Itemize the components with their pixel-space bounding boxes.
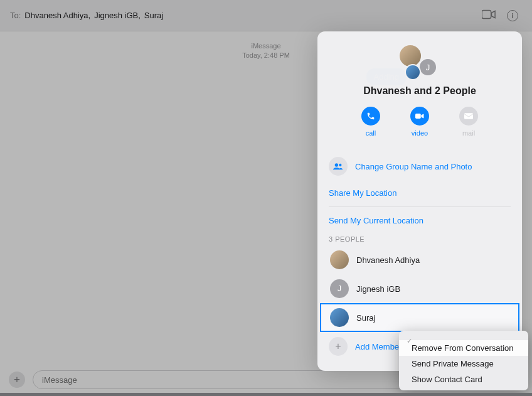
context-item-remove[interactable]: Remove From Conversation xyxy=(399,340,528,356)
window-resize-bar[interactable] xyxy=(0,393,532,396)
group-avatar-cluster[interactable]: J xyxy=(317,44,522,79)
svg-point-3 xyxy=(335,163,338,166)
person-name: Suraj xyxy=(356,313,375,323)
svg-point-4 xyxy=(339,164,341,166)
group-title: Dhvanesh and 2 People xyxy=(317,85,522,97)
context-item-private-message[interactable]: Send Private Message xyxy=(399,356,528,372)
mail-label: mail xyxy=(462,129,475,137)
avatar xyxy=(405,64,421,80)
person-row[interactable]: J Jignesh iGB xyxy=(320,274,519,303)
group-icon xyxy=(329,157,348,176)
context-menu: ✓ Remove From Conversation Send Private … xyxy=(399,331,528,390)
avatar xyxy=(330,308,349,327)
send-location-label: Send My Current Location xyxy=(329,216,423,225)
send-location-button[interactable]: Send My Current Location xyxy=(317,211,522,230)
person-row[interactable]: Suraj xyxy=(320,303,519,332)
add-member-label: Add Member xyxy=(355,342,402,351)
avatar: J xyxy=(330,279,349,298)
video-label: video xyxy=(412,129,428,137)
svg-rect-2 xyxy=(464,113,473,119)
share-location-button[interactable]: Share My Location xyxy=(317,181,522,203)
change-group-label: Change Group Name and Photo xyxy=(355,162,472,171)
details-panel: J Dhvanesh and 2 People call video mail … xyxy=(317,31,522,371)
call-button[interactable]: call xyxy=(361,107,380,137)
person-name: Jignesh iGB xyxy=(356,284,400,294)
separator xyxy=(329,206,511,207)
call-label: call xyxy=(366,129,376,137)
svg-rect-1 xyxy=(415,114,421,119)
avatar: J xyxy=(418,58,437,77)
person-name: Dhvanesh Adhiya xyxy=(356,255,420,265)
change-group-button[interactable]: Change Group Name and Photo xyxy=(317,152,522,181)
context-menu-header: ✓ xyxy=(399,334,528,340)
mail-button: mail xyxy=(459,107,478,137)
plus-icon: + xyxy=(329,337,348,356)
share-location-label: Share My Location xyxy=(329,188,396,198)
context-item-contact-card[interactable]: Show Contact Card xyxy=(399,372,528,387)
person-row[interactable]: Dhvanesh Adhiya xyxy=(320,245,519,274)
quick-actions: call video mail xyxy=(317,107,522,137)
avatar xyxy=(330,250,349,269)
video-button[interactable]: video xyxy=(410,107,429,137)
checkmark-icon: ✓ xyxy=(407,337,412,345)
people-section-header: 3 PEOPLE xyxy=(317,230,522,245)
